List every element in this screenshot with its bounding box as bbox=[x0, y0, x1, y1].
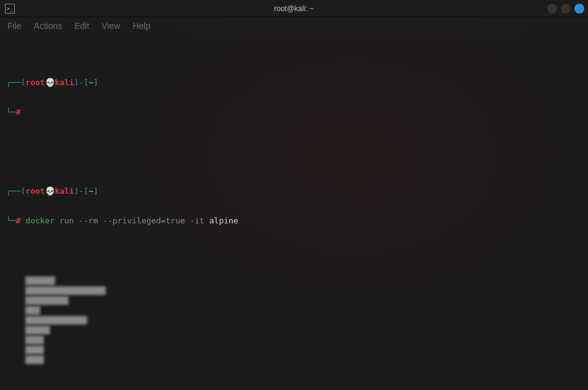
menu-file[interactable]: File bbox=[7, 21, 22, 31]
blank-line bbox=[6, 137, 582, 147]
menu-actions[interactable]: Actions bbox=[34, 21, 62, 31]
menubar: File Actions Edit View Help bbox=[0, 17, 588, 35]
menu-edit[interactable]: Edit bbox=[74, 21, 89, 31]
docker-command-line: └─# docker run --rm --privileged=true -i… bbox=[6, 216, 582, 226]
menu-help[interactable]: Help bbox=[133, 21, 151, 31]
menu-view[interactable]: View bbox=[102, 21, 120, 31]
window-title: root@kali: ~ bbox=[274, 4, 314, 13]
terminal-body[interactable]: ┌──(root💀kali)-[~] └─# ┌──(root💀kali)-[~… bbox=[0, 35, 588, 390]
censored-output bbox=[6, 265, 582, 374]
prompt-line: ┌──(root💀kali)-[~] bbox=[6, 78, 582, 88]
terminal-app-icon: >_ bbox=[5, 4, 15, 14]
close-button[interactable] bbox=[574, 4, 584, 14]
prompt-line2: └─# bbox=[6, 107, 582, 117]
minimize-button[interactable] bbox=[547, 4, 557, 14]
titlebar: >_ root@kali: ~ bbox=[0, 0, 588, 17]
maximize-button[interactable] bbox=[561, 4, 571, 14]
window-controls bbox=[547, 4, 584, 14]
prompt-line: ┌──(root💀kali)-[~] bbox=[6, 186, 582, 196]
